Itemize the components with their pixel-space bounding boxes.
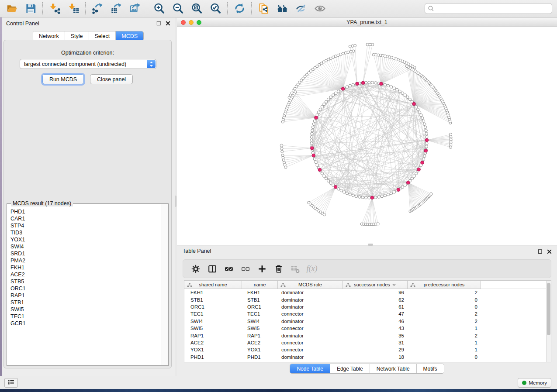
table-cell[interactable]: YOX1	[184, 347, 242, 352]
mcds-result-node[interactable]: ORC1	[7, 285, 162, 292]
mcds-result-node[interactable]: FKH1	[7, 264, 162, 271]
table-cell[interactable]: ACE2	[184, 340, 242, 345]
show-graphics-details-button[interactable]	[313, 1, 328, 16]
mcds-result-node[interactable]: TID3	[7, 229, 162, 236]
mcds-result-node[interactable]: SWI4	[7, 243, 162, 250]
tab-network[interactable]: Network	[33, 31, 65, 41]
mcds-result-node[interactable]: TEC1	[7, 313, 162, 320]
create-column-button[interactable]	[256, 262, 269, 275]
table-cell[interactable]: connector	[278, 326, 343, 331]
mcds-result-node[interactable]: PHD1	[7, 208, 162, 215]
table-cell[interactable]: 1	[408, 326, 481, 331]
export-image-button[interactable]	[128, 1, 143, 16]
table-cell[interactable]: SWI4	[242, 319, 278, 324]
table-cell[interactable]: SWI5	[184, 326, 242, 331]
first-neighbors-button[interactable]	[275, 1, 290, 16]
mcds-result-node[interactable]: SWI5	[7, 306, 162, 313]
table-cell[interactable]: dominator	[278, 290, 343, 295]
delete-columns-button[interactable]	[272, 262, 285, 275]
show-columns-button[interactable]	[206, 262, 219, 275]
table-row[interactable]: ORC1ORC1dominator610	[184, 303, 546, 310]
table-cell[interactable]: YOX1	[242, 347, 278, 352]
open-session-button[interactable]	[5, 1, 20, 16]
tab-style[interactable]: Style	[65, 31, 89, 41]
table-row[interactable]: TEC1TEC1connector472	[184, 310, 546, 317]
table-cell[interactable]: 1	[408, 347, 481, 352]
table-cell[interactable]: 29	[343, 347, 408, 352]
table-cell[interactable]: FKH1	[242, 290, 278, 295]
close-panel-button[interactable]	[165, 20, 171, 27]
search-input[interactable]	[425, 3, 552, 14]
mcds-result-node[interactable]: STP4	[7, 222, 162, 229]
table-cell[interactable]: dominator	[278, 304, 343, 309]
mcds-result-scrollbar[interactable]	[162, 204, 168, 365]
column-header-MCDS-role[interactable]: MCDS role	[278, 281, 343, 289]
hide-graphics-details-button[interactable]	[294, 1, 309, 16]
column-header-successor-nodes[interactable]: successor nodes	[343, 281, 408, 289]
table-scrollbar[interactable]	[546, 281, 551, 362]
table-cell[interactable]: RAP1	[242, 333, 278, 338]
vertical-split-handle[interactable]	[175, 196, 176, 207]
table-cell[interactable]: 2	[408, 290, 481, 295]
table-cell[interactable]: connector	[278, 311, 343, 316]
table-cell[interactable]: 31	[343, 340, 408, 345]
table-cell[interactable]: 1	[408, 340, 481, 345]
zoom-fit-button[interactable]	[190, 1, 204, 16]
table-cell[interactable]: FKH1	[184, 290, 242, 295]
tab-select[interactable]: Select	[89, 31, 116, 41]
table-row[interactable]: STB1STB1dominator620	[184, 296, 546, 303]
task-history-button[interactable]	[4, 378, 18, 388]
apply-layout-button[interactable]	[232, 1, 247, 16]
float-table-panel-button[interactable]	[537, 248, 543, 255]
table-cell[interactable]: SWI5	[242, 326, 278, 331]
save-session-button[interactable]	[24, 1, 38, 16]
close-panel-action-button[interactable]: Close panel	[90, 74, 133, 84]
mcds-result-node[interactable]: ACE2	[7, 271, 162, 278]
network-window-titlebar[interactable]: YPA_prune.txt_1	[177, 18, 557, 27]
tab-edge-table[interactable]: Edge Table	[330, 364, 370, 373]
table-cell[interactable]: STB1	[242, 297, 278, 303]
memory-button[interactable]: Memory	[518, 378, 551, 388]
table-cell[interactable]: ORC1	[242, 304, 278, 309]
table-cell[interactable]: dominator	[278, 333, 343, 338]
table-row[interactable]: YOX1YOX1connector291	[184, 346, 546, 353]
table-cell[interactable]: dominator	[278, 354, 343, 360]
table-cell[interactable]: ACE2	[242, 340, 278, 345]
mcds-result-node[interactable]: RAP1	[7, 292, 162, 299]
table-cell[interactable]: connector	[278, 347, 343, 352]
table-cell[interactable]: PHD1	[242, 354, 278, 360]
tab-network-table[interactable]: Network Table	[370, 364, 416, 373]
table-cell[interactable]: 61	[343, 304, 408, 309]
export-table-button[interactable]	[109, 1, 124, 16]
table-cell[interactable]: RAP1	[184, 333, 242, 338]
import-table-button[interactable]	[66, 1, 81, 16]
table-scrollbar-thumb[interactable]	[547, 283, 550, 335]
deselect-all-rows-button[interactable]	[239, 262, 252, 275]
mcds-result-node[interactable]: SRD1	[7, 250, 162, 257]
table-cell[interactable]: connector	[278, 340, 343, 345]
close-table-panel-button[interactable]	[546, 248, 553, 255]
table-cell[interactable]: STB1	[184, 297, 242, 303]
network-graph[interactable]	[177, 27, 557, 245]
table-cell[interactable]: TEC1	[242, 311, 278, 316]
table-cell[interactable]: TEC1	[184, 311, 242, 316]
table-cell[interactable]: 47	[343, 311, 408, 316]
zoom-in-button[interactable]	[152, 1, 167, 16]
table-options-button[interactable]	[189, 262, 202, 275]
mcds-result-node[interactable]: GCR1	[7, 320, 162, 327]
table-cell[interactable]: 46	[343, 319, 408, 324]
tab-mcds[interactable]: MCDS	[115, 31, 143, 41]
table-cell[interactable]: 2	[408, 319, 481, 324]
table-cell[interactable]: 2	[408, 311, 481, 316]
run-mcds-button[interactable]: Run MCDS	[42, 74, 84, 84]
table-cell[interactable]: 18	[343, 354, 408, 360]
table-cell[interactable]: 0	[408, 304, 481, 309]
import-network-button[interactable]	[48, 1, 62, 16]
table-row[interactable]: FKH1FKH1dominator962	[184, 289, 546, 296]
column-header-name[interactable]: name	[242, 281, 278, 289]
table-cell[interactable]: ORC1	[184, 304, 242, 309]
horizontal-split-handle[interactable]	[368, 244, 373, 246]
table-cell[interactable]: dominator	[278, 297, 343, 303]
new-network-from-selection-button[interactable]	[256, 1, 271, 16]
table-row[interactable]: SWI5SWI5connector431	[184, 325, 546, 332]
